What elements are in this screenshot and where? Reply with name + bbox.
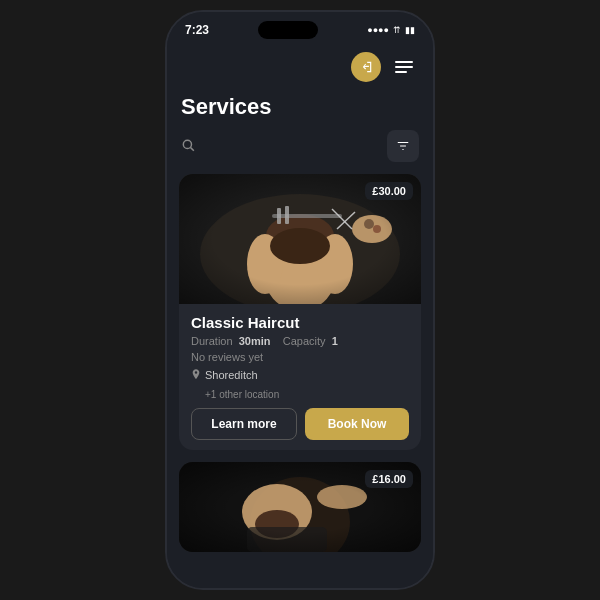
location-more: +1 other location [205,389,409,400]
filter-button[interactable] [387,130,419,162]
learn-more-button[interactable]: Learn more [191,408,297,440]
status-icons: ●●●● ⇈ ▮▮ [367,25,415,35]
signal-icon: ●●●● [367,25,389,35]
card-location: Shoreditch [191,369,409,381]
capacity-value: 1 [332,335,338,347]
card-image: £30.00 [179,174,421,304]
menu-line-3 [395,71,407,73]
svg-line-1 [191,147,194,150]
duration-value: 30min [239,335,271,347]
menu-line-1 [395,61,413,63]
partial-price-badge: £16.00 [365,470,413,488]
app-content: Services [167,44,433,588]
status-time: 7:23 [185,23,209,37]
location-text: Shoreditch [205,369,258,381]
login-icon [359,60,373,74]
menu-line-2 [395,66,413,68]
status-bar: 7:23 ●●●● ⇈ ▮▮ [167,12,433,44]
hamburger-icon [395,61,413,73]
filter-icon [396,139,410,153]
login-button[interactable] [351,52,381,82]
dynamic-island [258,21,318,39]
card-body: Classic Haircut Duration 30min Capacity … [179,304,421,450]
price-badge: £30.00 [365,182,413,200]
page-title: Services [167,90,433,130]
service-card-classic-haircut: £30.00 Classic Haircut Duration 30min Ca… [179,174,421,450]
card-reviews: No reviews yet [191,351,409,363]
wifi-icon: ⇈ [393,25,401,35]
location-pin-icon [191,369,201,381]
search-icon [181,138,195,155]
partial-card-image: £16.00 [179,462,421,552]
duration-label: Duration [191,335,233,347]
search-wrap [181,138,379,155]
top-nav [167,44,433,90]
book-now-button[interactable]: Book Now [305,408,409,440]
card-title: Classic Haircut [191,314,409,331]
card-meta: Duration 30min Capacity 1 [191,335,409,347]
service-card-2: £16.00 [179,462,421,552]
phone-frame: 7:23 ●●●● ⇈ ▮▮ Services [165,10,435,590]
svg-point-0 [183,140,191,148]
card-actions: Learn more Book Now [191,408,409,440]
search-row [167,130,433,174]
battery-icon: ▮▮ [405,25,415,35]
capacity-label: Capacity [283,335,326,347]
menu-button[interactable] [389,52,419,82]
